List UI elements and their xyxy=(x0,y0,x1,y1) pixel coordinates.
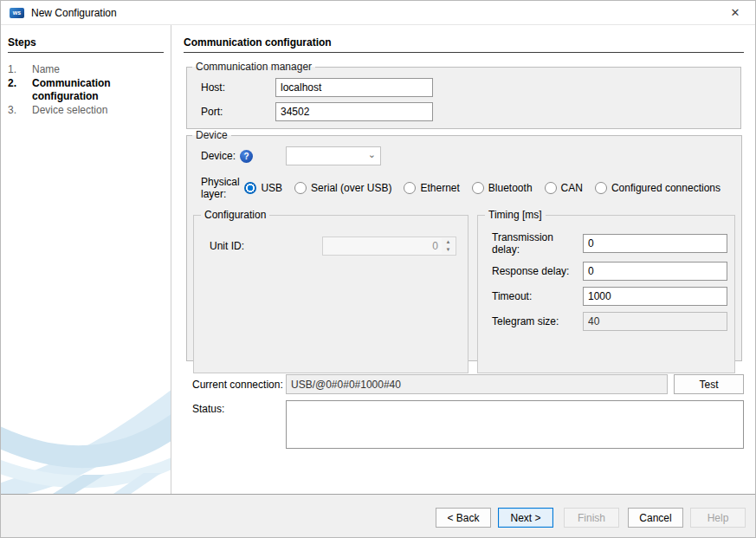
back-button[interactable]: < Back xyxy=(436,508,491,528)
transmission-delay-label: Transmission delay: xyxy=(492,231,583,256)
new-configuration-dialog: ws New Configuration ✕ Steps 1. Name 2. … xyxy=(0,0,756,538)
host-label: Host: xyxy=(201,81,275,94)
radio-dot-icon xyxy=(404,182,416,194)
response-delay-input[interactable] xyxy=(583,262,727,281)
test-button[interactable]: Test xyxy=(674,374,744,394)
radio-dot-icon xyxy=(545,182,557,194)
steps-rule xyxy=(8,52,164,53)
radio-ethernet[interactable]: Ethernet xyxy=(404,182,459,194)
dialog-body: Steps 1. Name 2. Communication configura… xyxy=(1,25,755,494)
port-label: Port: xyxy=(201,106,275,118)
host-row: Host: xyxy=(187,78,740,97)
radio-dot-icon xyxy=(595,182,607,194)
finish-button: Finish xyxy=(564,508,619,528)
radio-serial-over-usb[interactable]: Serial (over USB) xyxy=(294,182,391,194)
transmission-delay-input[interactable] xyxy=(583,234,727,253)
radio-dot-icon xyxy=(244,182,256,194)
step-item-name: 1. Name xyxy=(8,63,164,76)
radio-dot-icon xyxy=(472,182,484,194)
timing-group: Timing [ms] Transmission delay: Response… xyxy=(477,209,735,373)
device-group: Device Device: ? ⌄ Physical layer: xyxy=(186,129,742,361)
steps-heading: Steps xyxy=(8,36,164,49)
group-title: Communication manager xyxy=(192,61,315,73)
current-connection-label: Current connection: xyxy=(192,379,286,391)
host-input[interactable] xyxy=(275,78,433,97)
unit-id-value: 0 xyxy=(432,240,438,252)
port-input[interactable] xyxy=(275,102,433,121)
radio-usb[interactable]: USB xyxy=(244,182,282,194)
steps-sidebar: Steps 1. Name 2. Communication configura… xyxy=(1,25,171,494)
timeout-row: Timeout: xyxy=(478,287,734,306)
current-connection-field xyxy=(286,374,668,394)
group-title: Configuration xyxy=(201,209,269,221)
response-delay-row: Response delay: xyxy=(478,262,734,281)
app-icon: ws xyxy=(10,8,24,18)
cancel-button[interactable]: Cancel xyxy=(628,508,683,528)
spinner-up-icon: ▲ xyxy=(442,238,455,246)
port-row: Port: xyxy=(187,102,740,121)
timeout-input[interactable] xyxy=(583,287,727,306)
step-label: Name xyxy=(32,63,164,76)
response-delay-label: Response delay: xyxy=(492,265,583,277)
step-item-device-selection: 3. Device selection xyxy=(8,104,164,117)
telegram-size-label: Telegram size: xyxy=(492,315,583,327)
steps-list: 1. Name 2. Communication configuration 3… xyxy=(8,63,164,117)
step-label: Device selection xyxy=(32,104,164,117)
unit-id-stepper: 0 ▲ ▼ xyxy=(322,237,456,256)
close-icon[interactable]: ✕ xyxy=(724,6,746,19)
transmission-delay-row: Transmission delay: xyxy=(478,231,734,256)
step-label: Communication configuration xyxy=(32,77,164,103)
physical-layer-label: Physical layer: xyxy=(201,176,244,200)
group-title: Device xyxy=(192,129,231,141)
help-button: Help xyxy=(690,508,746,528)
radio-configured-connections[interactable]: Configured connections xyxy=(595,182,720,194)
configuration-group: Configuration Unit ID: 0 ▲ ▼ xyxy=(193,209,468,373)
heading-rule xyxy=(184,52,744,53)
communication-configuration-panel: Communication configuration Communicatio… xyxy=(171,25,755,494)
radio-bluetooth[interactable]: Bluetooth xyxy=(472,182,533,194)
swoosh-decoration xyxy=(1,373,171,494)
next-button[interactable]: Next > xyxy=(498,508,553,528)
telegram-size-input xyxy=(583,312,727,331)
page-title: Communication configuration xyxy=(184,36,744,49)
step-item-communication-configuration: 2. Communication configuration xyxy=(8,77,164,103)
spinner-down-icon: ▼ xyxy=(442,246,455,254)
unit-id-label: Unit ID: xyxy=(210,240,322,252)
window-title: New Configuration xyxy=(31,7,117,19)
radio-dot-icon xyxy=(294,182,307,194)
current-connection-row: Current connection: Test xyxy=(184,374,744,394)
titlebar[interactable]: ws New Configuration ✕ xyxy=(1,1,755,25)
device-label: Device: xyxy=(201,150,236,162)
group-title: Timing [ms] xyxy=(485,209,546,221)
chevron-down-icon: ⌄ xyxy=(368,149,376,160)
footer-button-bar: < Back Next > Finish Cancel Help xyxy=(1,494,755,537)
radio-can[interactable]: CAN xyxy=(545,182,583,194)
telegram-size-row: Telegram size: xyxy=(478,312,734,331)
physical-layer-row: Physical layer: USB Serial (over USB) Et… xyxy=(187,176,741,200)
unit-id-row: Unit ID: 0 ▲ ▼ xyxy=(194,237,468,256)
timeout-label: Timeout: xyxy=(492,290,583,302)
status-row: Status: xyxy=(184,400,744,449)
communication-manager-group: Communication manager Host: Port: xyxy=(186,61,741,129)
device-subgroups: Configuration Unit ID: 0 ▲ ▼ xyxy=(187,209,741,373)
status-area xyxy=(286,400,744,449)
device-select[interactable]: ⌄ xyxy=(286,146,381,165)
device-row: Device: ? ⌄ xyxy=(187,146,741,165)
help-icon[interactable]: ? xyxy=(240,150,253,163)
status-label: Status: xyxy=(192,400,286,415)
